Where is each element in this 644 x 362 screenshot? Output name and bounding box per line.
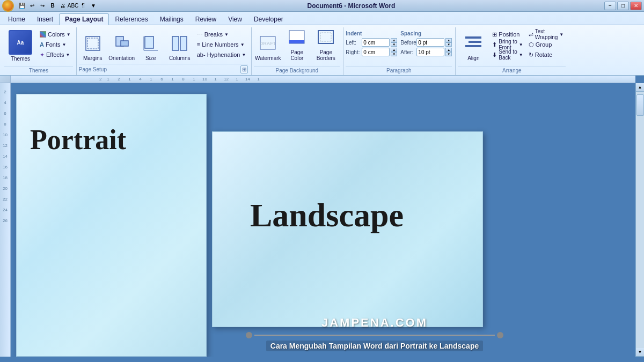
redo-button[interactable]: ↪	[38, 1, 47, 11]
themes-button[interactable]: Aa Themes	[4, 27, 36, 62]
tab-home[interactable]: Home	[2, 13, 31, 25]
format-button[interactable]: ¶	[78, 1, 88, 11]
spacing-after-spin: ▲ ▼	[445, 48, 452, 56]
position-icon: ⊞	[492, 31, 497, 38]
indent-right-input[interactable]: 0 cm	[362, 48, 390, 56]
bring-to-front-arrow: ▼	[519, 42, 523, 47]
vruler-mark: 10	[3, 132, 8, 143]
office-button[interactable]	[2, 0, 14, 12]
vruler-mark: 14	[3, 154, 8, 165]
bold-button[interactable]: B	[48, 1, 57, 11]
page-portrait[interactable]: Portrait	[16, 94, 207, 357]
spellcheck-button[interactable]: ABC	[68, 1, 78, 11]
svg-rect-12	[289, 40, 304, 43]
page-setup-dialog-button[interactable]: ⊞	[240, 65, 248, 73]
effects-label: Effects	[46, 51, 64, 58]
ruler-corner	[0, 76, 11, 83]
close-button[interactable]: ✕	[630, 2, 642, 10]
columns-icon	[172, 35, 188, 54]
colors-swatch-icon	[40, 31, 46, 38]
arrange-group-content: Align ⊞ Position ⬆ Bring toFront ▼ ⬇ Sen…	[458, 27, 566, 66]
ruler-corner-right	[635, 76, 644, 83]
ruler-row: 2 1 2 1 4 1 6 1 8 1 10 1 12 1 14 1	[0, 76, 644, 83]
svg-rect-1	[87, 38, 98, 49]
indent-label: Indent	[346, 31, 397, 36]
fonts-button[interactable]: A Fonts ▼	[38, 40, 73, 49]
watermark-dot-right	[497, 332, 503, 338]
maximize-button[interactable]: □	[617, 2, 629, 10]
text-wrapping-label: TextWrapping	[535, 28, 558, 40]
spacing-before-input[interactable]: 0 pt	[416, 38, 444, 47]
tab-references[interactable]: References	[109, 13, 153, 25]
tab-developer[interactable]: Developer	[248, 13, 289, 25]
indent-right-down[interactable]: ▼	[391, 52, 397, 56]
watermark-container: JAMPENA.COM Cara Mengubah Tampilan Word …	[246, 316, 503, 351]
group-page-background: DRAFT Watermark PageColor	[252, 27, 343, 75]
position-button[interactable]: ⊞ Position	[490, 29, 525, 39]
page-color-icon	[288, 28, 305, 48]
svg-rect-4	[145, 36, 153, 48]
spacing-before-spin: ▲ ▼	[445, 38, 452, 47]
scroll-thumb[interactable]	[636, 94, 644, 116]
print-button[interactable]: 🖨	[58, 1, 68, 11]
send-to-back-icon: ⬇	[492, 51, 497, 58]
columns-button[interactable]: Columns	[166, 27, 194, 63]
page-borders-button[interactable]: PageBorders	[312, 27, 340, 63]
spacing-before-up[interactable]: ▲	[445, 38, 452, 42]
tab-page-layout[interactable]: Page Layout	[59, 13, 109, 25]
spacing-before-row: Before: 0 pt ▲ ▼	[400, 38, 452, 47]
ruler-mark: 1	[124, 77, 135, 82]
effects-button[interactable]: ✦ Effects ▼	[38, 50, 73, 60]
rotate-button[interactable]: ↻ Rotate	[526, 50, 566, 60]
indent-left-input[interactable]: 0 cm	[362, 38, 390, 47]
bring-to-front-button[interactable]: ⬆ Bring toFront ▼	[490, 40, 525, 49]
colors-button[interactable]: Colors ▼	[38, 29, 73, 39]
indent-left-up[interactable]: ▲	[391, 38, 397, 42]
indent-right-up[interactable]: ▲	[391, 48, 397, 52]
scroll-down-button[interactable]: ▼	[636, 348, 644, 357]
ruler-mark: 8	[178, 77, 188, 82]
spacing-after-input[interactable]: 10 pt	[416, 48, 444, 56]
scroll-up-button[interactable]: ▲	[636, 83, 644, 92]
rotate-label: Rotate	[535, 51, 552, 58]
orientation-button[interactable]: Orientation	[108, 27, 136, 63]
undo-button[interactable]: ↩	[27, 1, 37, 11]
page-setup-label-text: Page Setup	[79, 67, 107, 72]
indent-left-down[interactable]: ▼	[391, 42, 397, 47]
paragraph-fields: Indent Left: 0 cm ▲ ▼ Right: 0 cm	[346, 31, 452, 56]
ruler-mark: 1	[253, 77, 264, 82]
hyphenation-icon: ab-	[197, 51, 206, 58]
tab-review[interactable]: Review	[189, 13, 222, 25]
watermark-button[interactable]: DRAFT Watermark	[254, 27, 282, 63]
page-landscape[interactable]: Landscape	[212, 131, 483, 327]
spacing-after-down[interactable]: ▼	[445, 52, 452, 56]
line-numbers-button[interactable]: ≡ Line Numbers ▼	[195, 40, 248, 49]
vruler-mark: 22	[3, 197, 8, 208]
ruler-mark: 1	[231, 77, 242, 82]
spacing-before-down[interactable]: ▼	[445, 42, 452, 47]
ruler-mark: 14	[242, 77, 253, 82]
scrollbar-vertical: ▲ ▼	[635, 83, 644, 357]
ruler-mark: 2	[99, 77, 101, 82]
align-button[interactable]: Align	[458, 27, 489, 63]
group-button[interactable]: ⬡ Group	[526, 40, 566, 49]
tab-mailings[interactable]: Mailings	[154, 13, 189, 25]
breaks-button[interactable]: ⋯ Breaks ▼	[195, 29, 248, 39]
margins-button[interactable]: Margins	[79, 27, 107, 63]
minimize-button[interactable]: −	[604, 2, 616, 10]
vruler-mark: 16	[3, 165, 8, 175]
hyphenation-button[interactable]: ab- Hyphenation ▼	[195, 50, 248, 60]
page-color-button[interactable]: PageColor	[283, 27, 311, 63]
more-button[interactable]: ▼	[89, 1, 98, 11]
tab-insert[interactable]: Insert	[31, 13, 59, 25]
scroll-track[interactable]	[636, 92, 644, 348]
paragraph-group-content: Indent Left: 0 cm ▲ ▼ Right: 0 cm	[346, 27, 452, 66]
text-wrapping-button[interactable]: ⇌ TextWrapping ▼	[526, 29, 566, 39]
colors-dropdown-arrow: ▼	[67, 32, 71, 37]
save-button[interactable]: 💾	[17, 1, 27, 11]
spacing-after-up[interactable]: ▲	[445, 48, 452, 52]
send-to-back-button[interactable]: ⬇ Send toBack ▼	[490, 50, 525, 60]
tab-view[interactable]: View	[222, 13, 248, 25]
svg-rect-0	[86, 36, 100, 50]
size-button[interactable]: Size	[137, 27, 165, 63]
